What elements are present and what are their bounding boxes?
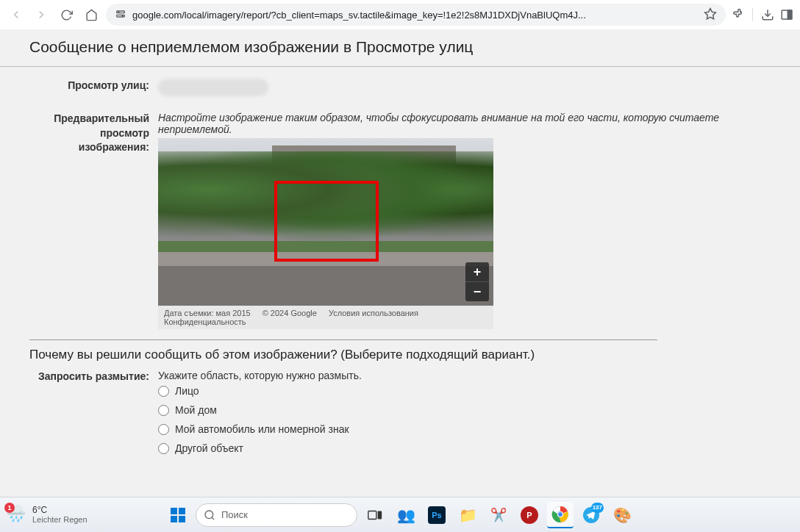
taskbar-center: Поиск 👥 Ps 📁 ✂️ P 137 🎨: [165, 502, 635, 528]
psiphon-icon[interactable]: P: [516, 502, 543, 528]
blur-hint: Укажите область, которую нужно размыть.: [158, 370, 771, 381]
start-button[interactable]: [165, 502, 191, 528]
selection-rectangle[interactable]: [274, 181, 379, 262]
request-blur-label: Запросить размытие:: [29, 370, 158, 458]
telegram-badge: 137: [591, 503, 604, 513]
reload-button[interactable]: [56, 4, 76, 25]
page-content: Сообщение о неприемлемом изображении в П…: [0, 29, 800, 497]
sidepanel-icon[interactable]: [779, 7, 794, 22]
privacy-link[interactable]: Конфиденциальность: [164, 317, 488, 326]
photoshop-icon[interactable]: Ps: [424, 502, 450, 528]
radio-other[interactable]: [158, 443, 169, 454]
home-button[interactable]: [81, 4, 101, 25]
paint-icon[interactable]: 🎨: [609, 502, 635, 528]
taskbar-search[interactable]: Поиск: [196, 503, 357, 527]
star-icon[interactable]: [704, 7, 717, 23]
teams-icon[interactable]: 👥: [393, 502, 419, 528]
preview-hint: Настройте изображение таким образом, что…: [158, 112, 771, 135]
toolbar-separator: [752, 8, 753, 21]
redacted-location: [158, 79, 268, 96]
temperature: 6°C: [32, 505, 88, 515]
radio-house[interactable]: [158, 405, 169, 416]
capture-date: Дата съемки: мая 2015: [164, 309, 251, 317]
zoom-in-button[interactable]: +: [465, 262, 489, 281]
windows-logo-icon: [171, 508, 185, 522]
file-explorer-icon[interactable]: 📁: [454, 502, 481, 528]
weather-widget[interactable]: 🌧️ 1 6°C Leichter Regen: [6, 504, 88, 526]
taskview-icon[interactable]: [362, 502, 388, 528]
extensions-icon[interactable]: [730, 7, 745, 22]
address-bar[interactable]: google.com/local/imagery/report/?cb_clie…: [106, 4, 726, 26]
radio-option-car[interactable]: Мой автомобиль или номерной знак: [158, 420, 771, 439]
svg-point-9: [205, 511, 213, 519]
page-title: Сообщение о неприемлемом изображении в П…: [0, 29, 800, 66]
weather-conditions: Leichter Regen: [32, 515, 88, 525]
svg-rect-8: [788, 10, 792, 19]
telegram-icon[interactable]: 137: [578, 502, 604, 528]
downloads-icon[interactable]: [760, 7, 775, 22]
terms-link[interactable]: Условия использования: [329, 309, 418, 317]
streetview-label: Просмотр улиц:: [29, 79, 158, 98]
chrome-icon[interactable]: [547, 502, 574, 528]
radio-option-house[interactable]: Мой дом: [158, 400, 771, 420]
svg-marker-4: [705, 8, 716, 18]
zoom-controls: + −: [465, 262, 489, 301]
streetview-preview[interactable]: + −: [158, 138, 493, 306]
search-icon: [204, 509, 215, 521]
svg-rect-11: [368, 511, 376, 519]
radio-option-other[interactable]: Другой объект: [158, 439, 771, 458]
why-report-title: Почему вы решили сообщить об этом изобра…: [0, 340, 800, 370]
radio-option-face[interactable]: Лицо: [158, 381, 771, 400]
streetview-attribution: Дата съемки: мая 2015 © 2024 Google Усло…: [158, 306, 493, 329]
svg-point-15: [558, 511, 563, 517]
svg-point-2: [118, 11, 119, 12]
preview-label-line1: Предварительный: [29, 112, 149, 126]
zoom-out-button[interactable]: −: [465, 282, 489, 301]
svg-rect-12: [378, 511, 382, 519]
svg-line-10: [212, 517, 214, 520]
search-placeholder: Поиск: [221, 509, 248, 520]
windows-taskbar: 🌧️ 1 6°C Leichter Regen Поиск 👥 Ps 📁 ✂️: [0, 497, 800, 532]
radio-face[interactable]: [158, 386, 169, 397]
site-info-icon[interactable]: [115, 8, 126, 22]
back-button[interactable]: [6, 4, 26, 25]
url-text: google.com/local/imagery/report/?cb_clie…: [132, 10, 698, 21]
snipping-tool-icon[interactable]: ✂️: [485, 502, 512, 528]
weather-alert-badge: 1: [4, 503, 15, 513]
radio-car[interactable]: [158, 424, 169, 435]
browser-toolbar: google.com/local/imagery/report/?cb_clie…: [0, 0, 800, 29]
copyright: © 2024 Google: [262, 309, 317, 317]
preview-label-line2: просмотр изображения:: [29, 126, 149, 155]
forward-button[interactable]: [31, 4, 51, 25]
svg-point-3: [122, 15, 123, 16]
